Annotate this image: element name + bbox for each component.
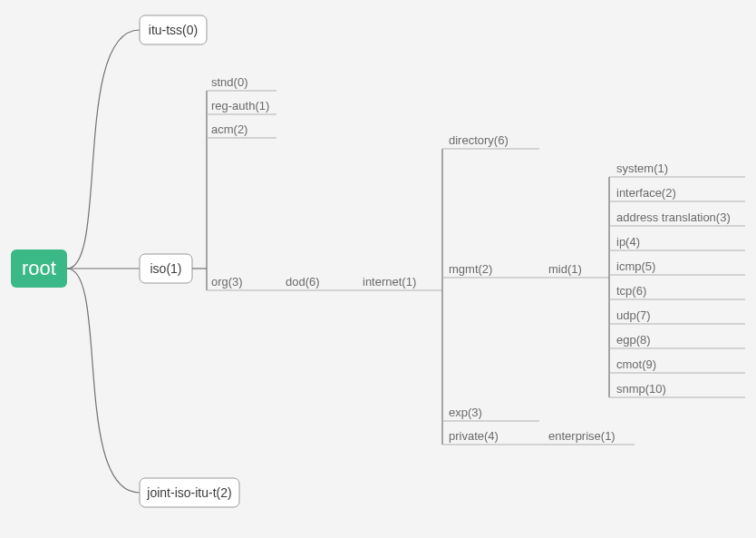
leaf-label: snmp(10) [616, 382, 666, 396]
node-tcp: tcp(6) [609, 284, 745, 299]
leaf-label: exp(3) [449, 406, 482, 419]
node-label: joint-iso-itu-t(2) [146, 485, 231, 500]
leaf-label: address translation(3) [616, 210, 731, 224]
leaf-label: private(4) [449, 429, 499, 443]
leaf-label: interface(2) [616, 186, 676, 200]
leaf-label: tcp(6) [616, 284, 646, 298]
node-ip: ip(4) [609, 235, 745, 250]
leaf-label: icmp(5) [616, 259, 655, 273]
path-org: org(3) [211, 275, 243, 289]
oid-tree-diagram: root itu-tss(0) iso(1) joint-iso-itu-t(2… [0, 0, 756, 538]
path-dod: dod(6) [286, 275, 320, 289]
leaf-label: acm(2) [211, 122, 247, 136]
node-acm: acm(2) [207, 122, 276, 138]
node-directory: directory(6) [442, 133, 539, 149]
node-reg-auth: reg-auth(1) [207, 99, 276, 114]
leaf-enterprise: enterprise(1) [548, 429, 615, 443]
leaf-label: cmot(9) [616, 357, 656, 371]
path-mgmt: mgmt(2) [449, 262, 492, 276]
leaf-label: ip(4) [616, 235, 640, 249]
node-icmp: icmp(5) [609, 259, 745, 275]
leaf-label: egp(8) [616, 333, 651, 347]
edge-root-joint [67, 269, 140, 493]
node-joint-iso-itu-t: joint-iso-itu-t(2) [140, 478, 239, 507]
path-mid: mid(1) [548, 262, 582, 276]
node-address-translation: address translation(3) [609, 210, 745, 226]
node-stnd: stnd(0) [207, 75, 276, 91]
leaf-label: udp(7) [616, 308, 651, 322]
node-interface: interface(2) [609, 186, 745, 201]
node-label: itu-tss(0) [149, 23, 198, 37]
path-internet: internet(1) [363, 275, 416, 289]
leaf-label: stnd(0) [211, 75, 247, 89]
node-system: system(1) [609, 161, 745, 177]
node-root: root [11, 249, 67, 288]
node-udp: udp(7) [609, 308, 745, 324]
node-exp: exp(3) [442, 406, 539, 421]
node-label: iso(1) [150, 261, 181, 276]
node-cmot: cmot(9) [609, 357, 745, 373]
leaf-label: system(1) [616, 161, 668, 175]
node-egp: egp(8) [609, 333, 745, 348]
node-snmp: snmp(10) [609, 382, 745, 397]
node-private: private(4) enterprise(1) [442, 429, 635, 445]
leaf-label: reg-auth(1) [211, 99, 269, 112]
edge-root-itutss [67, 30, 140, 269]
root-label: root [22, 257, 56, 279]
node-iso: iso(1) [140, 254, 192, 283]
node-itu-tss: itu-tss(0) [140, 15, 207, 44]
leaf-label: directory(6) [449, 133, 509, 147]
